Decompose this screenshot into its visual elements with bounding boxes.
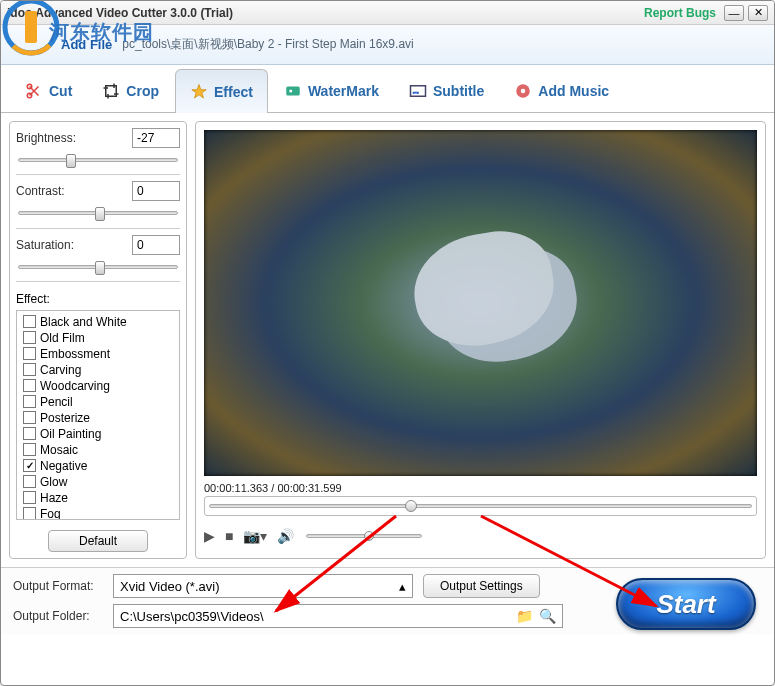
tab-label: Effect: [214, 84, 253, 100]
scissors-icon: [25, 82, 43, 100]
effect-item[interactable]: Oil Painting: [23, 427, 173, 441]
subtitle-icon: ST: [409, 82, 427, 100]
output-format-label: Output Format:: [13, 579, 103, 593]
output-folder-input[interactable]: C:\Users\pc0359\Videos\ 📁 🔍: [113, 604, 563, 628]
tab-label: Subtitle: [433, 83, 484, 99]
contrast-slider[interactable]: [16, 205, 180, 221]
browse-folder-icon[interactable]: 📁: [516, 608, 533, 624]
saturation-slider[interactable]: [16, 259, 180, 275]
effect-item[interactable]: Black and White: [23, 315, 173, 329]
effect-name: Negative: [40, 459, 87, 473]
volume-icon[interactable]: 🔊: [277, 528, 294, 544]
effect-checkbox[interactable]: [23, 459, 36, 472]
output-format-value: Xvid Video (*.avi): [120, 579, 219, 594]
content-area: Brightness: Contrast: Saturation: Effect…: [1, 113, 774, 567]
effect-checkbox[interactable]: [23, 379, 36, 392]
svg-rect-2: [25, 11, 37, 43]
watermark-icon: [284, 82, 302, 100]
saturation-input[interactable]: [132, 235, 180, 255]
effect-checkbox[interactable]: [23, 331, 36, 344]
effect-name: Haze: [40, 491, 68, 505]
tab-label: Add Music: [538, 83, 609, 99]
snapshot-button[interactable]: 📷▾: [243, 528, 267, 544]
window-title: idoo Advanced Video Cutter 3.0.0 (Trial): [7, 6, 644, 20]
start-button[interactable]: Start: [616, 578, 756, 630]
output-folder-value: C:\Users\pc0359\Videos\: [120, 609, 264, 624]
output-area: Output Format: Xvid Video (*.avi) ▴ Outp…: [1, 567, 774, 634]
effect-item[interactable]: Pencil: [23, 395, 173, 409]
effect-item[interactable]: Old Film: [23, 331, 173, 345]
effect-item[interactable]: Woodcarving: [23, 379, 173, 393]
effect-name: Pencil: [40, 395, 73, 409]
effect-item[interactable]: Mosaic: [23, 443, 173, 457]
contrast-input[interactable]: [132, 181, 180, 201]
minimize-button[interactable]: —: [724, 5, 744, 21]
tab-label: Cut: [49, 83, 72, 99]
effect-name: Fog: [40, 507, 61, 520]
tab-bar: Cut Crop Effect WaterMark ST Subtitle Ad…: [1, 65, 774, 113]
seek-slider[interactable]: [204, 496, 757, 516]
effect-item[interactable]: Embossment: [23, 347, 173, 361]
tab-subtitle[interactable]: ST Subtitle: [395, 69, 498, 112]
app-window: idoo Advanced Video Cutter 3.0.0 (Trial)…: [0, 0, 775, 686]
effect-item[interactable]: Haze: [23, 491, 173, 505]
dropdown-icon: ▴: [399, 579, 406, 594]
effect-checkbox[interactable]: [23, 363, 36, 376]
tab-watermark[interactable]: WaterMark: [270, 69, 393, 112]
output-format-dropdown[interactable]: Xvid Video (*.avi) ▴: [113, 574, 413, 598]
effect-name: Oil Painting: [40, 427, 101, 441]
star-icon: [190, 83, 208, 101]
crop-icon: [102, 82, 120, 100]
effect-item[interactable]: Glow: [23, 475, 173, 489]
effect-name: Mosaic: [40, 443, 78, 457]
tab-label: Crop: [126, 83, 159, 99]
svg-rect-8: [410, 85, 425, 96]
effect-checkbox[interactable]: [23, 475, 36, 488]
effect-item[interactable]: Negative: [23, 459, 173, 473]
tab-addmusic[interactable]: Add Music: [500, 69, 623, 112]
close-button[interactable]: ✕: [748, 5, 768, 21]
playback-time: 00:00:11.363 / 00:00:31.599: [204, 482, 757, 494]
effect-item[interactable]: Fog: [23, 507, 173, 520]
tab-cut[interactable]: Cut: [11, 69, 86, 112]
output-folder-label: Output Folder:: [13, 609, 103, 623]
effect-list-label: Effect:: [16, 292, 180, 306]
brightness-slider[interactable]: [16, 152, 180, 168]
effect-checkbox[interactable]: [23, 491, 36, 504]
open-folder-icon[interactable]: 🔍: [539, 608, 556, 624]
default-button[interactable]: Default: [48, 530, 148, 552]
effect-name: Woodcarving: [40, 379, 110, 393]
effect-list: Black and WhiteOld FilmEmbossmentCarving…: [16, 310, 180, 520]
effect-checkbox[interactable]: [23, 347, 36, 360]
effect-name: Glow: [40, 475, 67, 489]
effect-checkbox[interactable]: [23, 395, 36, 408]
volume-slider[interactable]: [304, 527, 424, 545]
effect-name: Old Film: [40, 331, 85, 345]
svg-point-7: [289, 89, 292, 92]
stop-button[interactable]: ■: [225, 528, 233, 544]
video-preview: [204, 130, 757, 476]
music-icon: [514, 82, 532, 100]
effect-name: Carving: [40, 363, 81, 377]
report-bugs-link[interactable]: Report Bugs: [644, 6, 716, 20]
watermark-text: 河东软件园: [49, 19, 154, 46]
saturation-label: Saturation:: [16, 238, 74, 252]
play-button[interactable]: ▶: [204, 528, 215, 544]
tab-effect[interactable]: Effect: [175, 69, 268, 113]
effect-checkbox[interactable]: [23, 411, 36, 424]
effect-checkbox[interactable]: [23, 427, 36, 440]
effect-checkbox[interactable]: [23, 315, 36, 328]
effect-panel: Brightness: Contrast: Saturation: Effect…: [9, 121, 187, 559]
svg-point-12: [521, 88, 526, 93]
tab-crop[interactable]: Crop: [88, 69, 173, 112]
effect-item[interactable]: Carving: [23, 363, 173, 377]
effect-checkbox[interactable]: [23, 507, 36, 520]
effect-checkbox[interactable]: [23, 443, 36, 456]
file-path: pc_tools\桌面\新视频\Baby 2 - First Step Main…: [122, 36, 413, 53]
brightness-label: Brightness:: [16, 131, 76, 145]
output-settings-button[interactable]: Output Settings: [423, 574, 540, 598]
brightness-input[interactable]: [132, 128, 180, 148]
effect-item[interactable]: Posterize: [23, 411, 173, 425]
effect-name: Posterize: [40, 411, 90, 425]
tab-label: WaterMark: [308, 83, 379, 99]
